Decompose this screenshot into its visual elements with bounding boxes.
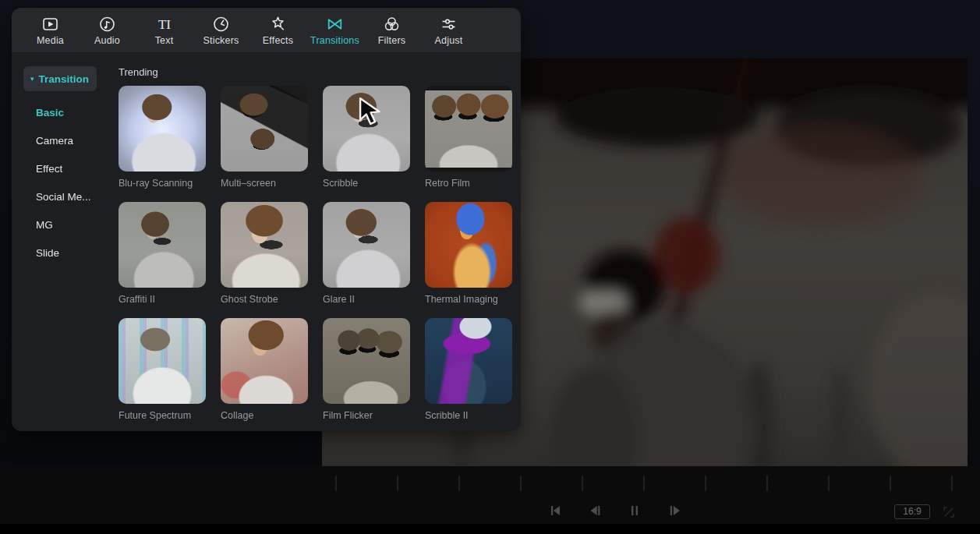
tab-media[interactable]: Media xyxy=(22,14,79,46)
transition-label: Collage xyxy=(221,410,308,421)
text-icon: TI xyxy=(153,14,176,34)
transition-item-film-flicker[interactable]: Film Flicker xyxy=(323,318,410,434)
svg-text:TI: TI xyxy=(157,17,170,32)
tab-text[interactable]: TIText xyxy=(136,14,193,46)
transition-label: Graffiti II xyxy=(119,294,206,305)
transition-label: Ghost Strobe xyxy=(221,294,308,305)
tab-label: Transitions xyxy=(310,35,359,46)
prev-frame-icon xyxy=(588,504,603,518)
tab-label: Filters xyxy=(378,35,405,46)
stickers-icon xyxy=(211,14,231,34)
tab-label: Audio xyxy=(94,35,120,46)
transition-item-multi-screen[interactable]: Multi–screen xyxy=(221,86,308,202)
tab-transitions[interactable]: Transitions xyxy=(306,14,363,46)
transition-item-scribble[interactable]: Scribble xyxy=(323,86,410,202)
playback-controls xyxy=(548,504,683,518)
tab-adjust[interactable]: Adjust xyxy=(420,14,477,46)
panel-sidebar: ▾ Transition BasicCameraEffectSocial Me.… xyxy=(12,52,115,431)
filters-icon xyxy=(382,14,402,34)
tab-label: Media xyxy=(37,35,64,46)
tab-label: Stickers xyxy=(203,35,239,46)
sidebar-item-list: BasicCameraEffectSocial Me...MGSlide xyxy=(12,99,115,267)
transition-thumbnail[interactable] xyxy=(221,318,308,404)
transition-item-graffiti-ii[interactable]: Graffiti II xyxy=(119,202,206,318)
aspect-ratio-badge[interactable]: 16:9 xyxy=(894,504,930,519)
transition-label: Scribble II xyxy=(425,410,512,421)
tab-label: Adjust xyxy=(435,35,463,46)
sidebar-category-transition[interactable]: ▾ Transition xyxy=(23,66,97,91)
sidebar-item-camera[interactable]: Camera xyxy=(12,127,115,155)
sidebar-item-slide[interactable]: Slide xyxy=(12,239,115,267)
transition-thumbnail[interactable] xyxy=(323,318,410,404)
tab-label: Effects xyxy=(263,35,293,46)
transition-thumbnail[interactable] xyxy=(323,202,410,288)
transition-item-thermal-imaging[interactable]: Thermal Imaging xyxy=(425,202,512,318)
timeline-ruler[interactable] xyxy=(335,476,975,491)
panel-body: ▾ Transition BasicCameraEffectSocial Me.… xyxy=(12,52,521,431)
transition-thumbnail[interactable] xyxy=(119,86,206,172)
transition-label: Thermal Imaging xyxy=(425,294,512,305)
pause-icon xyxy=(628,504,643,518)
adjust-icon xyxy=(439,14,458,34)
timeline-strip: 16:9 xyxy=(0,466,980,524)
next-frame-icon xyxy=(667,504,683,518)
tab-effects[interactable]: Effects xyxy=(249,14,306,46)
video-editor-app: 16:9 MediaAudioTITextStickersEffectsTran… xyxy=(0,0,980,534)
transition-label: Scribble xyxy=(323,178,410,189)
tab-label: Text xyxy=(155,35,174,46)
skip-to-start-button[interactable] xyxy=(548,504,564,518)
transition-label: Future Spectrum xyxy=(119,410,206,421)
transitions-icon xyxy=(324,14,345,34)
transition-label: Multi–screen xyxy=(221,178,308,189)
tab-filters[interactable]: Filters xyxy=(363,14,420,46)
transitions-panel: MediaAudioTITextStickersEffectsTransitio… xyxy=(12,8,521,431)
tab-stickers[interactable]: Stickers xyxy=(193,14,249,46)
transition-item-glare-ii[interactable]: Glare II xyxy=(323,202,410,318)
effects-icon xyxy=(268,14,288,34)
transition-thumbnail[interactable] xyxy=(119,202,206,288)
audio-icon xyxy=(97,14,117,34)
skip-start-icon xyxy=(548,504,564,518)
transition-thumbnail[interactable] xyxy=(323,86,410,172)
transition-item-retro-film[interactable]: Retro Film xyxy=(425,86,512,202)
transition-thumbnail[interactable] xyxy=(425,318,512,404)
transition-item-collage[interactable]: Collage xyxy=(221,318,308,434)
transition-thumbnail[interactable] xyxy=(119,318,206,404)
transition-thumbnail[interactable] xyxy=(221,86,308,172)
transition-label: Blu-ray Scanning xyxy=(119,178,206,189)
chevron-down-icon: ▾ xyxy=(30,75,34,83)
transition-label: Glare II xyxy=(323,294,410,305)
sidebar-item-social-me[interactable]: Social Me... xyxy=(12,183,115,211)
media-icon xyxy=(41,14,60,34)
panel-content: Trending Blu-ray ScanningMulti–screenScr… xyxy=(119,52,513,431)
tab-audio[interactable]: Audio xyxy=(79,14,136,46)
transition-item-future-spectrum[interactable]: Future Spectrum xyxy=(119,318,206,434)
previous-frame-button[interactable] xyxy=(588,504,603,518)
next-frame-button[interactable] xyxy=(667,504,683,518)
pause-button[interactable] xyxy=(628,504,643,518)
transition-item-scribble-ii[interactable]: Scribble II xyxy=(425,318,512,434)
transition-item-ghost-strobe[interactable]: Ghost Strobe xyxy=(221,202,308,318)
bottom-black-bar xyxy=(0,524,980,534)
sidebar-item-mg[interactable]: MG xyxy=(12,211,115,239)
transitions-grid: Blu-ray ScanningMulti–screenScribbleRetr… xyxy=(119,86,513,434)
sidebar-item-effect[interactable]: Effect xyxy=(12,155,115,183)
transition-thumbnail[interactable] xyxy=(221,202,308,288)
sidebar-item-basic[interactable]: Basic xyxy=(12,99,115,127)
fullscreen-button[interactable] xyxy=(942,505,956,522)
panel-toolbar: MediaAudioTITextStickersEffectsTransitio… xyxy=(12,8,521,52)
transition-thumbnail[interactable] xyxy=(425,86,512,172)
sidebar-category-label: Transition xyxy=(39,73,90,85)
transition-label: Retro Film xyxy=(425,178,512,189)
section-title: Trending xyxy=(119,66,513,78)
transition-item-blu-ray-scanning[interactable]: Blu-ray Scanning xyxy=(119,86,206,202)
transition-label: Film Flicker xyxy=(323,410,410,421)
transition-thumbnail[interactable] xyxy=(425,202,512,288)
